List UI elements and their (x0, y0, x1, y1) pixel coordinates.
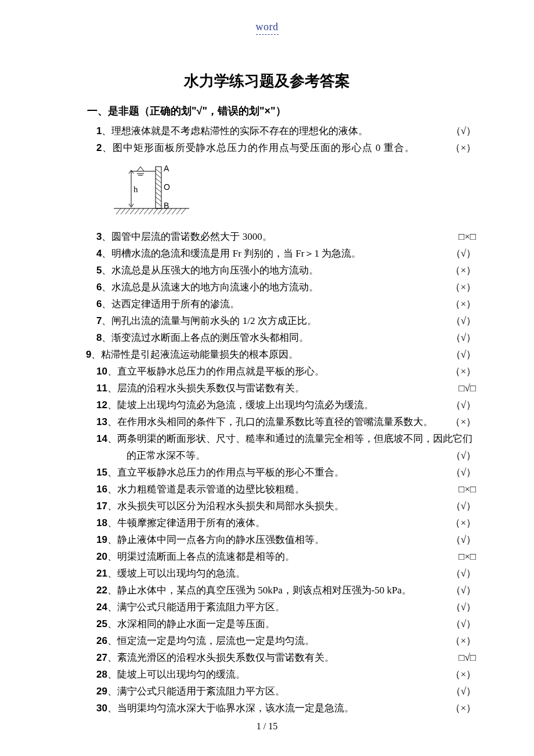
question-body: 水深相同的静止水面一定是等压面。 (117, 618, 275, 629)
question-text: 14、两条明渠的断面形状、尺寸、糙率和通过的流量完全相等，但底坡不同，因此它们 (96, 431, 476, 447)
answer-mark: （√） (439, 448, 476, 463)
answer-mark: （×） (439, 633, 476, 649)
question-number: 24 (96, 602, 107, 613)
question-body: 明槽水流的急流和缓流是用 Fr 判别的，当 Fr＞1 为急流。 (111, 248, 361, 259)
question-number: 2 (96, 142, 102, 153)
question-row: 3、圆管中层流的雷诺数必然大于 3000。 □×□ (96, 228, 476, 245)
answer-mark: （×） (439, 700, 476, 716)
question-text: 9、粘滞性是引起液流运动能量损失的根本原因。 (86, 347, 439, 362)
question-text: 11、层流的沿程水头损失系数仅与雷诺数有关。 (96, 380, 447, 396)
question-body: 两条明渠的断面形状、尺寸、糙率和通过的流量完全相等，但底坡不同，因此它们 (117, 433, 472, 444)
question-number: 30 (96, 703, 107, 714)
question-body: 牛顿摩擦定律适用于所有的液体。 (117, 517, 265, 528)
question-row-cont: 的正常水深不等。 （√） (96, 447, 476, 464)
answer-mark: （×） (448, 140, 476, 156)
question-number: 28 (96, 669, 107, 680)
question-row: 30、当明渠均匀流水深大于临界水深，该水流一定是急流。 （×） (96, 700, 476, 717)
question-text: 12、陡坡上出现均匀流必为急流，缓坡上出现均匀流必为缓流。 (96, 397, 439, 413)
question-row: 11、层流的沿程水头损失系数仅与雷诺数有关。 □√□ (96, 380, 476, 397)
question-text: 8、渐变流过水断面上各点的测压管水头都相同。 (96, 330, 439, 345)
question-row: 16、水力粗糙管道是表示管道的边壁比较粗糙。 □×□ (96, 481, 476, 498)
question-row: 18、牛顿摩擦定律适用于所有的液体。 （×） (96, 514, 476, 531)
question-number: 16 (96, 484, 107, 495)
answer-mark: （√） (439, 313, 476, 329)
question-body: 层流的沿程水头损失系数仅与雷诺数有关。 (117, 383, 305, 394)
question-body: 满宁公式只能适用于紊流阻力平方区。 (117, 686, 285, 697)
question-text: 21、缓坡上可以出现均匀的急流。 (96, 566, 439, 581)
question-text: 22、静止水体中，某点的真空压强为 50kPa，则该点相对压强为-50 kPa。 (96, 582, 439, 598)
question-row: 4、明槽水流的急流和缓流是用 Fr 判别的，当 Fr＞1 为急流。 （√） (96, 245, 476, 262)
svg-line-22 (153, 208, 158, 214)
question-body: 圆管中层流的雷诺数必然大于 3000。 (111, 231, 272, 242)
svg-line-17 (130, 208, 135, 214)
question-list: 1、理想液体就是不考虑粘滞性的实际不存在的理想化的液体。 （√） 2、图中矩形面… (58, 123, 476, 717)
diagram-label-h: h (134, 185, 138, 194)
answer-mark: （√） (439, 616, 476, 632)
question-row: 21、缓坡上可以出现均匀的急流。 （√） (96, 565, 476, 582)
question-body: 在作用水头相同的条件下，孔口的流量系数比等直径的管嘴流量系数大。 (117, 416, 433, 427)
diagram-label-A: A (164, 164, 169, 173)
question-row: 6、达西定律适用于所有的渗流。 （×） (96, 296, 476, 312)
answer-mark: （√） (439, 599, 476, 615)
question-row: 20、明渠过流断面上各点的流速都是相等的。 □×□ (96, 548, 476, 565)
answer-mark: （√） (439, 683, 476, 699)
question-body: 明渠过流断面上各点的流速都是相等的。 (117, 551, 295, 562)
header-word-label: word (256, 21, 279, 35)
question-body: 当明渠均匀流水深大于临界水深，该水流一定是急流。 (117, 703, 354, 714)
question-text: 26、恒定流一定是均匀流，层流也一定是均匀流。 (96, 633, 439, 649)
question-row: 19、静止液体中同一点各方向的静水压强数值相等。 （√） (96, 531, 476, 548)
question-text: 19、静止液体中同一点各方向的静水压强数值相等。 (96, 532, 439, 548)
question-body: 水头损失可以区分为沿程水头损失和局部水头损失。 (117, 501, 344, 512)
question-row: 25、水深相同的静止水面一定是等压面。 （√） (96, 615, 476, 632)
header: word (58, 21, 476, 35)
question-row: 26、恒定流一定是均匀流，层流也一定是均匀流。 （×） (96, 632, 476, 649)
svg-line-11 (156, 197, 161, 201)
question-number: 22 (96, 585, 107, 596)
question-body: 紊流光滑区的沿程水头损失系数仅与雷诺数有关。 (117, 652, 334, 663)
question-text: 16、水力粗糙管道是表示管道的边壁比较粗糙。 (96, 481, 447, 497)
question-body: 静止液体中同一点各方向的静水压强数值相等。 (117, 534, 324, 545)
question-body: 水力粗糙管道是表示管道的边壁比较粗糙。 (117, 484, 305, 495)
question-text: 27、紊流光滑区的沿程水头损失系数仅与雷诺数有关。 (96, 650, 447, 665)
svg-line-18 (135, 208, 139, 214)
question-number: 18 (96, 517, 107, 528)
question-text: 17、水头损失可以区分为沿程水头损失和局部水头损失。 (96, 498, 439, 514)
question-text: 25、水深相同的静止水面一定是等压面。 (96, 616, 439, 632)
question-body: 闸孔出流的流量与闸前水头的 1/2 次方成正比。 (111, 315, 316, 326)
answer-mark: □√□ (447, 380, 476, 396)
answer-mark: （×） (439, 414, 476, 430)
answer-mark: （×） (439, 363, 476, 379)
svg-line-7 (156, 178, 161, 183)
answer-mark: （√） (439, 498, 476, 514)
question-row: 1、理想液体就是不考虑粘滞性的实际不存在的理想化的液体。 （√） (96, 123, 476, 139)
pressure-diagram-svg: h A O B (114, 161, 207, 219)
svg-line-28 (181, 208, 186, 214)
question-body: 达西定律适用于所有的渗流。 (111, 298, 240, 309)
question-text: 7、闸孔出流的流量与闸前水头的 1/2 次方成正比。 (96, 313, 439, 329)
question-body: 直立平板静水总压力的作用点与平板的形心不重合。 (117, 467, 344, 478)
section-heading: 一、是非题（正确的划"√"，错误的划"×"） (58, 104, 476, 118)
diagram-figure: h A O B (96, 156, 476, 228)
svg-line-23 (158, 208, 163, 214)
question-text: 3、圆管中层流的雷诺数必然大于 3000。 (96, 229, 447, 244)
question-body: 满宁公式只能适用于紊流阻力平方区。 (117, 602, 285, 613)
question-number: 25 (96, 618, 107, 629)
question-body: 渐变流过水断面上各点的测压管水头都相同。 (111, 332, 309, 343)
question-body: 恒定流一定是均匀流，层流也一定是均匀流。 (117, 635, 315, 646)
question-body: 陡坡上出现均匀流必为急流，缓坡上出现均匀流必为缓流。 (117, 399, 374, 411)
question-row: 10、直立平板静水总压力的作用点就是平板的形心。 （×） (96, 363, 476, 380)
question-number: 27 (96, 652, 107, 663)
question-text: 13、在作用水头相同的条件下，孔口的流量系数比等直径的管嘴流量系数大。 (96, 414, 439, 430)
question-row: 13、在作用水头相同的条件下，孔口的流量系数比等直径的管嘴流量系数大。 （×） (96, 413, 476, 430)
question-body: 粘滞性是引起液流运动能量损失的根本原因。 (101, 349, 298, 360)
question-body: 水流总是从压强大的地方向压强小的地方流动。 (111, 265, 319, 276)
svg-line-20 (144, 208, 149, 214)
answer-mark: （×） (439, 262, 476, 278)
question-text: 2、图中矩形面板所受静水总压力的作用点与受压面的形心点 0 重合。 (96, 140, 448, 156)
question-body: 水流总是从流速大的地方向流速小的地方流动。 (111, 282, 319, 293)
answer-mark: （√） (439, 123, 476, 139)
svg-line-14 (116, 208, 121, 214)
question-number: 19 (96, 534, 107, 545)
question-body: 静止水体中，某点的真空压强为 50kPa，则该点相对压强为-50 kPa。 (117, 585, 412, 596)
question-text: 6、水流总是从流速大的地方向流速小的地方流动。 (96, 279, 439, 295)
